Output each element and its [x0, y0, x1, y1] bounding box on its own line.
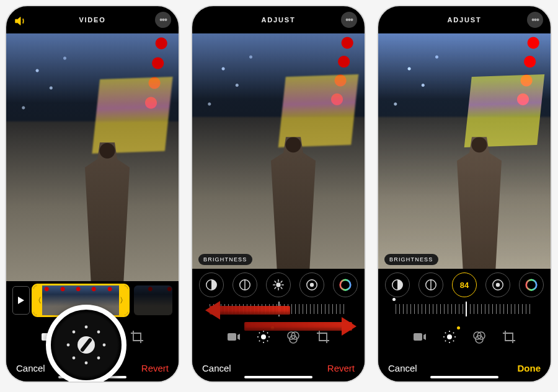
edit-mode-tabs	[378, 320, 551, 354]
trim-handle-start[interactable]: 〈	[33, 285, 42, 315]
svg-point-56	[453, 333, 454, 334]
contrast-icon[interactable]	[485, 272, 510, 297]
svg-point-50	[449, 342, 450, 343]
svg-point-18	[73, 357, 76, 360]
svg-point-49	[449, 331, 450, 332]
svg-point-34	[268, 336, 270, 338]
video-tab[interactable]	[412, 329, 427, 344]
cancel-button[interactable]: Cancel	[16, 363, 45, 373]
revert-button[interactable]: Revert	[327, 363, 355, 373]
highlights-icon[interactable]	[418, 272, 443, 297]
svg-point-15	[103, 344, 106, 347]
adjustment-name-badge: BRIGHTNESS	[198, 254, 252, 265]
svg-point-36	[267, 341, 268, 342]
done-button[interactable]: Done	[517, 363, 541, 373]
svg-point-32	[263, 342, 264, 343]
svg-point-30	[261, 334, 266, 339]
screen-title: ADJUST	[448, 16, 482, 24]
saturation-icon[interactable]	[333, 272, 358, 297]
exposure-icon[interactable]	[385, 272, 410, 297]
svg-rect-47	[414, 333, 422, 341]
svg-point-19	[67, 344, 70, 347]
svg-point-20	[73, 331, 76, 334]
top-bar: ADJUST •••	[192, 6, 365, 33]
svg-rect-29	[228, 333, 236, 341]
adjust-slider[interactable]	[192, 298, 365, 320]
video-tab[interactable]	[226, 329, 241, 344]
revert-button[interactable]: Revert	[141, 363, 169, 373]
crop-tab[interactable]	[316, 329, 330, 344]
saturation-icon[interactable]	[519, 272, 544, 297]
video-preview[interactable]: BRIGHTNESS	[378, 33, 551, 269]
svg-point-33	[257, 336, 259, 338]
video-preview[interactable]: BRIGHTNESS	[192, 33, 365, 269]
trim-filmstrip-tail[interactable]	[134, 285, 172, 315]
crop-tab[interactable]	[502, 329, 516, 344]
filters-tab[interactable]	[286, 329, 301, 344]
speaker-on-icon[interactable]	[14, 14, 27, 25]
svg-point-16	[97, 357, 100, 360]
svg-point-35	[259, 333, 260, 334]
brightness-value-text: 84	[460, 281, 469, 290]
cancel-button[interactable]: Cancel	[202, 363, 231, 373]
callout-magnifier	[46, 305, 126, 383]
brightness-icon[interactable]	[266, 272, 291, 297]
svg-point-45	[496, 283, 500, 287]
svg-point-46	[526, 280, 537, 290]
cancel-button[interactable]: Cancel	[388, 363, 417, 373]
slider-center-mark	[278, 302, 280, 316]
filters-tab[interactable]	[472, 329, 487, 344]
svg-point-53	[445, 333, 446, 334]
svg-point-28	[340, 280, 351, 290]
phone-screen-3: ADJUST ••• BRIGHTNESS 84	[377, 5, 552, 383]
phone-screen-2: ADJUST ••• BRIGHTNESS	[191, 5, 366, 383]
adjustment-name-badge: BRIGHTNESS	[384, 254, 438, 265]
top-bar: VIDEO •••	[6, 6, 179, 33]
adjustment-selector: 84	[378, 269, 551, 298]
adjust-tab[interactable]	[256, 329, 271, 344]
more-button[interactable]: •••	[527, 12, 543, 28]
screen-title: ADJUST	[262, 16, 296, 24]
trim-handle-end[interactable]: 〉	[119, 285, 128, 315]
contrast-icon[interactable]	[299, 272, 324, 297]
brightness-value[interactable]: 84	[452, 272, 477, 297]
phone-screen-1: VIDEO ••• 〈 〉	[5, 5, 180, 383]
svg-point-54	[453, 341, 454, 342]
crop-tab[interactable]	[130, 329, 144, 344]
play-button[interactable]	[12, 286, 30, 315]
svg-point-37	[259, 341, 260, 342]
adjustment-selector	[192, 269, 365, 298]
slider-thumb[interactable]	[466, 302, 467, 316]
adjust-tab-icon-large	[64, 323, 108, 367]
more-button[interactable]: •••	[155, 12, 171, 28]
more-button[interactable]: •••	[341, 12, 357, 28]
svg-point-17	[85, 362, 88, 365]
highlights-icon[interactable]	[232, 272, 257, 297]
svg-point-31	[263, 331, 264, 332]
home-indicator[interactable]	[430, 376, 498, 378]
svg-point-51	[443, 336, 445, 338]
svg-point-55	[445, 341, 446, 342]
svg-point-38	[267, 333, 268, 334]
edit-mode-tabs	[192, 320, 365, 354]
adjust-tab[interactable]	[442, 329, 457, 344]
screen-title: VIDEO	[79, 16, 105, 24]
svg-point-13	[85, 326, 88, 329]
svg-point-25	[277, 283, 280, 287]
adjust-slider[interactable]	[378, 298, 551, 320]
exposure-icon[interactable]	[199, 272, 224, 297]
video-preview[interactable]	[6, 33, 179, 281]
slider-origin-dot	[392, 298, 396, 301]
top-bar: ADJUST •••	[378, 6, 551, 33]
svg-point-52	[454, 336, 456, 338]
svg-point-14	[97, 331, 100, 334]
svg-point-27	[310, 283, 314, 287]
svg-point-48	[447, 334, 452, 339]
home-indicator[interactable]	[244, 376, 312, 378]
